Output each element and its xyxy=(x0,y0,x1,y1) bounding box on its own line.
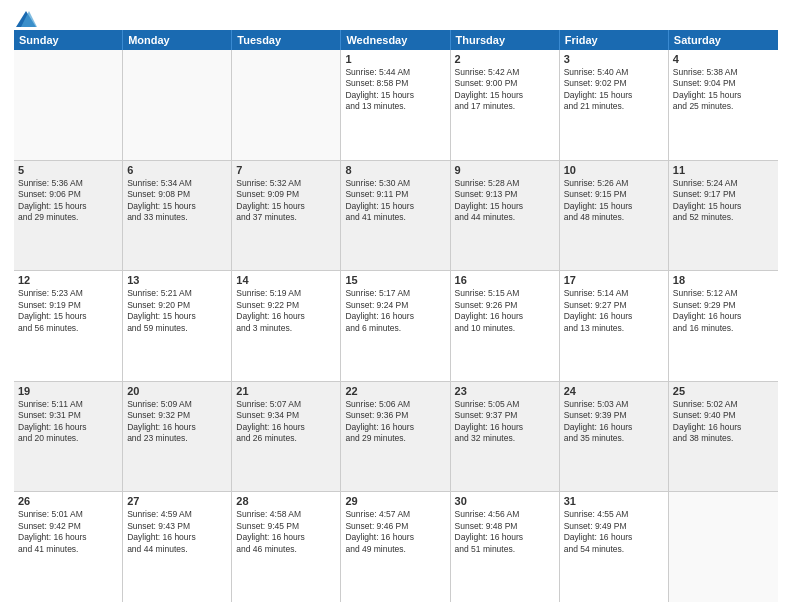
day-header-monday: Monday xyxy=(123,30,232,50)
empty-cell xyxy=(14,50,123,160)
cell-content-line: Daylight: 16 hours xyxy=(455,311,555,322)
day-number: 12 xyxy=(18,274,118,286)
cell-content-line: and 51 minutes. xyxy=(455,544,555,555)
day-number: 16 xyxy=(455,274,555,286)
cell-content-line: Daylight: 16 hours xyxy=(127,422,227,433)
day-cell-20: 20Sunrise: 5:09 AMSunset: 9:32 PMDayligh… xyxy=(123,382,232,492)
cell-content-line: Daylight: 15 hours xyxy=(564,90,664,101)
day-cell-19: 19Sunrise: 5:11 AMSunset: 9:31 PMDayligh… xyxy=(14,382,123,492)
cell-content-line: Sunrise: 5:07 AM xyxy=(236,399,336,410)
cell-content-line: and 59 minutes. xyxy=(127,323,227,334)
cell-content-line: Sunrise: 5:15 AM xyxy=(455,288,555,299)
cell-content-line: Sunrise: 5:30 AM xyxy=(345,178,445,189)
cell-content-line: Sunset: 9:29 PM xyxy=(673,300,774,311)
cell-content-line: Sunrise: 5:34 AM xyxy=(127,178,227,189)
cell-content-line: Sunset: 9:45 PM xyxy=(236,521,336,532)
cell-content-line: and 6 minutes. xyxy=(345,323,445,334)
calendar: SundayMondayTuesdayWednesdayThursdayFrid… xyxy=(14,30,778,602)
cell-content-line: Sunset: 9:15 PM xyxy=(564,189,664,200)
cell-content-line: Daylight: 15 hours xyxy=(127,201,227,212)
cell-content-line: and 29 minutes. xyxy=(345,433,445,444)
day-cell-15: 15Sunrise: 5:17 AMSunset: 9:24 PMDayligh… xyxy=(341,271,450,381)
cell-content-line: Daylight: 15 hours xyxy=(236,201,336,212)
day-cell-1: 1Sunrise: 5:44 AMSunset: 8:58 PMDaylight… xyxy=(341,50,450,160)
cell-content-line: Sunrise: 5:44 AM xyxy=(345,67,445,78)
day-number: 25 xyxy=(673,385,774,397)
day-cell-3: 3Sunrise: 5:40 AMSunset: 9:02 PMDaylight… xyxy=(560,50,669,160)
day-cell-22: 22Sunrise: 5:06 AMSunset: 9:36 PMDayligh… xyxy=(341,382,450,492)
cell-content-line: Daylight: 16 hours xyxy=(564,532,664,543)
cell-content-line: Sunrise: 5:06 AM xyxy=(345,399,445,410)
day-number: 28 xyxy=(236,495,336,507)
day-number: 6 xyxy=(127,164,227,176)
logo-icon xyxy=(15,10,37,28)
cell-content-line: Daylight: 15 hours xyxy=(18,311,118,322)
day-cell-7: 7Sunrise: 5:32 AMSunset: 9:09 PMDaylight… xyxy=(232,161,341,271)
cell-content-line: and 20 minutes. xyxy=(18,433,118,444)
cell-content-line: Sunset: 9:22 PM xyxy=(236,300,336,311)
cell-content-line: Daylight: 15 hours xyxy=(564,201,664,212)
cell-content-line: Daylight: 16 hours xyxy=(18,422,118,433)
calendar-week-3: 12Sunrise: 5:23 AMSunset: 9:19 PMDayligh… xyxy=(14,271,778,382)
cell-content-line: Daylight: 15 hours xyxy=(127,311,227,322)
cell-content-line: Daylight: 16 hours xyxy=(564,422,664,433)
cell-content-line: and 49 minutes. xyxy=(345,544,445,555)
calendar-week-1: 1Sunrise: 5:44 AMSunset: 8:58 PMDaylight… xyxy=(14,50,778,161)
cell-content-line: Sunset: 9:46 PM xyxy=(345,521,445,532)
cell-content-line: Sunset: 9:06 PM xyxy=(18,189,118,200)
day-number: 1 xyxy=(345,53,445,65)
day-number: 14 xyxy=(236,274,336,286)
day-cell-29: 29Sunrise: 4:57 AMSunset: 9:46 PMDayligh… xyxy=(341,492,450,602)
cell-content-line: Sunset: 8:58 PM xyxy=(345,78,445,89)
header xyxy=(14,10,778,24)
day-header-wednesday: Wednesday xyxy=(341,30,450,50)
day-cell-28: 28Sunrise: 4:58 AMSunset: 9:45 PMDayligh… xyxy=(232,492,341,602)
cell-content-line: Daylight: 15 hours xyxy=(455,90,555,101)
day-number: 10 xyxy=(564,164,664,176)
day-number: 9 xyxy=(455,164,555,176)
cell-content-line: Daylight: 15 hours xyxy=(673,201,774,212)
cell-content-line: Daylight: 15 hours xyxy=(345,201,445,212)
day-number: 3 xyxy=(564,53,664,65)
day-number: 27 xyxy=(127,495,227,507)
day-cell-4: 4Sunrise: 5:38 AMSunset: 9:04 PMDaylight… xyxy=(669,50,778,160)
cell-content-line: and 56 minutes. xyxy=(18,323,118,334)
cell-content-line: and 3 minutes. xyxy=(236,323,336,334)
cell-content-line: and 35 minutes. xyxy=(564,433,664,444)
cell-content-line: Sunrise: 5:03 AM xyxy=(564,399,664,410)
cell-content-line: Sunrise: 5:28 AM xyxy=(455,178,555,189)
cell-content-line: Sunset: 9:39 PM xyxy=(564,410,664,421)
day-cell-6: 6Sunrise: 5:34 AMSunset: 9:08 PMDaylight… xyxy=(123,161,232,271)
cell-content-line: and 29 minutes. xyxy=(18,212,118,223)
cell-content-line: Sunset: 9:27 PM xyxy=(564,300,664,311)
cell-content-line: Sunrise: 5:14 AM xyxy=(564,288,664,299)
calendar-week-2: 5Sunrise: 5:36 AMSunset: 9:06 PMDaylight… xyxy=(14,161,778,272)
cell-content-line: Sunset: 9:36 PM xyxy=(345,410,445,421)
calendar-week-4: 19Sunrise: 5:11 AMSunset: 9:31 PMDayligh… xyxy=(14,382,778,493)
day-header-friday: Friday xyxy=(560,30,669,50)
cell-content-line: Sunset: 9:40 PM xyxy=(673,410,774,421)
cell-content-line: Sunrise: 5:05 AM xyxy=(455,399,555,410)
cell-content-line: Sunrise: 5:12 AM xyxy=(673,288,774,299)
cell-content-line: Sunset: 9:20 PM xyxy=(127,300,227,311)
day-cell-16: 16Sunrise: 5:15 AMSunset: 9:26 PMDayligh… xyxy=(451,271,560,381)
cell-content-line: and 23 minutes. xyxy=(127,433,227,444)
day-number: 23 xyxy=(455,385,555,397)
day-cell-21: 21Sunrise: 5:07 AMSunset: 9:34 PMDayligh… xyxy=(232,382,341,492)
day-number: 5 xyxy=(18,164,118,176)
cell-content-line: and 41 minutes. xyxy=(345,212,445,223)
day-cell-17: 17Sunrise: 5:14 AMSunset: 9:27 PMDayligh… xyxy=(560,271,669,381)
cell-content-line: Sunset: 9:32 PM xyxy=(127,410,227,421)
cell-content-line: Sunrise: 5:36 AM xyxy=(18,178,118,189)
cell-content-line: and 32 minutes. xyxy=(455,433,555,444)
cell-content-line: Daylight: 16 hours xyxy=(127,532,227,543)
day-cell-8: 8Sunrise: 5:30 AMSunset: 9:11 PMDaylight… xyxy=(341,161,450,271)
day-number: 31 xyxy=(564,495,664,507)
cell-content-line: Daylight: 15 hours xyxy=(18,201,118,212)
cell-content-line: Sunrise: 4:59 AM xyxy=(127,509,227,520)
day-cell-24: 24Sunrise: 5:03 AMSunset: 9:39 PMDayligh… xyxy=(560,382,669,492)
cell-content-line: Sunrise: 5:01 AM xyxy=(18,509,118,520)
cell-content-line: Sunset: 9:19 PM xyxy=(18,300,118,311)
day-number: 20 xyxy=(127,385,227,397)
cell-content-line: Sunrise: 4:56 AM xyxy=(455,509,555,520)
